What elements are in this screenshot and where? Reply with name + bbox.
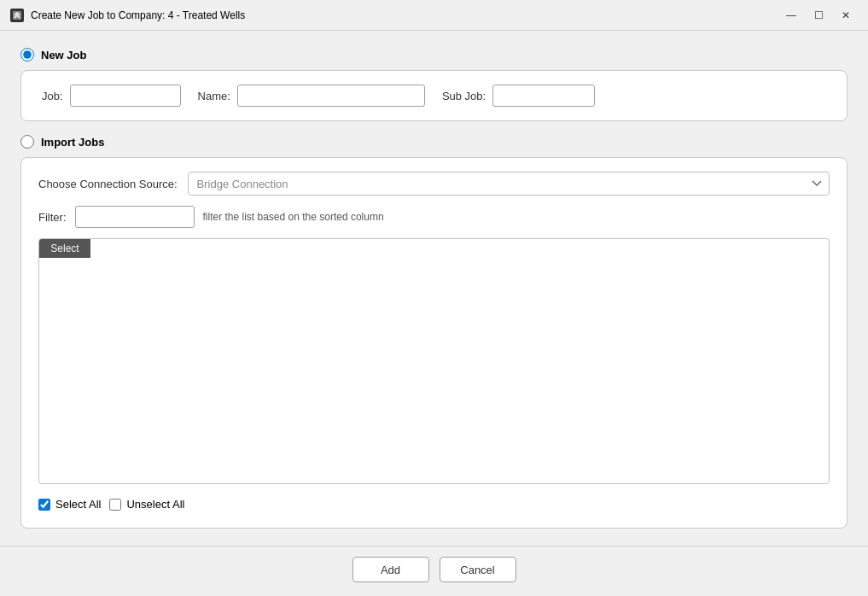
new-job-radio-label[interactable]: New Job [20,48,848,61]
job-list-container: Select [38,238,830,484]
app-icon [10,9,24,22]
subjob-input[interactable] [492,85,595,107]
connection-select[interactable]: Bridge Connection [188,172,830,196]
close-button[interactable]: ✕ [834,7,858,24]
name-label: Name: [198,90,230,102]
new-job-panel: Job: Name: Sub Job: [20,70,848,121]
import-jobs-radio-label[interactable]: Import Jobs [20,135,848,149]
import-jobs-radio[interactable] [20,135,34,149]
connection-row: Choose Connection Source: Bridge Connect… [38,172,830,196]
maximize-button[interactable]: ☐ [807,7,830,24]
filter-label: Filter: [38,211,67,224]
list-column-header[interactable]: Select [39,239,90,258]
window-title: Create New Job to Company: 4 - Treated W… [31,9,245,21]
footer: Add Cancel [0,546,868,596]
filter-input[interactable] [75,206,195,228]
new-job-label: New Job [41,49,86,61]
title-bar-controls: — ☐ ✕ [779,7,858,24]
title-bar: Create New Job to Company: 4 - Treated W… [0,0,868,31]
bottom-controls: Select All Unselect All [38,494,830,514]
subjob-label: Sub Job: [442,90,486,102]
add-button[interactable]: Add [352,557,429,582]
import-panel: Choose Connection Source: Bridge Connect… [20,157,848,529]
cancel-button[interactable]: Cancel [440,557,516,582]
job-label: Job: [42,90,63,102]
name-input[interactable] [237,85,425,107]
connection-label: Choose Connection Source: [38,178,178,190]
minimize-button[interactable]: — [779,7,803,24]
job-field-group: Job: [42,85,181,107]
new-job-radio[interactable] [20,48,34,61]
filter-hint: filter the list based on the sorted colu… [203,211,384,223]
title-bar-left: Create New Job to Company: 4 - Treated W… [10,9,245,22]
unselect-all-text: Unselect All [126,498,184,511]
import-jobs-label: Import Jobs [41,136,104,149]
main-content: New Job Job: Name: Sub Job: Import Jobs [0,31,868,546]
select-all-label[interactable]: Select All [38,498,101,511]
filter-row: Filter: filter the list based on the sor… [38,206,830,228]
import-jobs-section: Import Jobs Choose Connection Source: Br… [20,135,848,529]
job-input[interactable] [70,85,181,107]
select-all-text: Select All [55,498,101,511]
subjob-field-group: Sub Job: [442,85,595,107]
name-field-group: Name: [198,85,425,107]
new-job-section: New Job Job: Name: Sub Job: [20,48,848,121]
select-all-checkbox[interactable] [38,499,50,511]
unselect-all-label[interactable]: Unselect All [109,498,184,511]
list-body [39,258,829,478]
unselect-all-checkbox[interactable] [109,499,121,511]
